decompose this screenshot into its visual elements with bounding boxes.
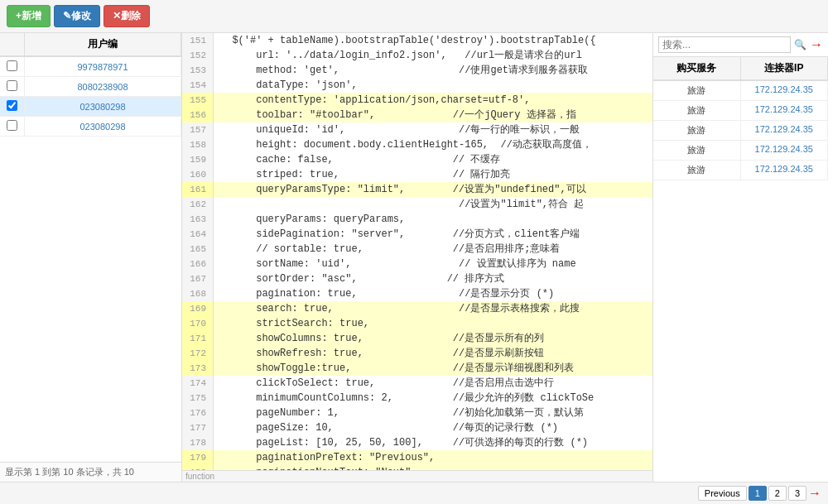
row-checkbox[interactable]: [0, 77, 25, 96]
arrow-annotation-2: →: [808, 486, 821, 501]
code-panel: 151 $('#' + tableName).bootstrapTable('d…: [182, 33, 653, 482]
line-number: 164: [182, 227, 214, 242]
code-line: 176 pageNumber: 1, //初始化加载第一页，默认第: [182, 406, 652, 420]
page-3-button[interactable]: 3: [788, 486, 806, 501]
code-scroll-area[interactable]: 151 $('#' + tableName).bootstrapTable('d…: [182, 33, 652, 470]
bottom-bar: Previous 1 2 3 →: [0, 482, 828, 504]
line-content: toolbar: "#toolbar", //一个jQuery 选择器，指: [214, 108, 652, 122]
ip-cell: 172.129.24.35: [741, 101, 829, 120]
line-number: 168: [182, 286, 214, 301]
code-line: 171 showColumns: true, //是否显示所有的列: [182, 331, 652, 346]
row-user-id: 023080298: [25, 118, 181, 135]
line-number: 173: [182, 361, 214, 376]
code-line: 154 dataType: 'json',: [182, 78, 652, 93]
table-row[interactable]: 023080298: [0, 97, 181, 117]
main-container: +新增 ✎修改 ✕删除 用户编 9979878971 80802: [0, 0, 828, 504]
edit-button[interactable]: ✎修改: [54, 5, 100, 27]
line-number: 180: [182, 465, 214, 470]
add-button[interactable]: +新增: [7, 5, 51, 27]
line-number: 170: [182, 316, 214, 331]
service-cell: 旅游: [653, 101, 741, 120]
line-content: uniqueId: 'id', //每一行的唯一标识，一般: [214, 122, 652, 137]
line-number: 169: [182, 301, 214, 316]
line-content: paginationNextText: "Next",: [214, 465, 652, 470]
service-cell: 旅游: [653, 121, 741, 140]
search-input[interactable]: [658, 36, 791, 53]
code-line: 166 sortName: 'uid', // 设置默认排序为 name: [182, 257, 652, 271]
prev-button[interactable]: Previous: [698, 486, 747, 501]
page-1-button[interactable]: 1: [749, 486, 767, 501]
code-line: 153 method: 'get', //使用get请求到服务器获取: [182, 63, 652, 78]
header-user-id: 用户编: [25, 33, 181, 55]
line-number: 152: [182, 48, 214, 63]
search-bar: 🔍 →: [653, 33, 828, 57]
line-number: 179: [182, 450, 214, 465]
main-area: 用户编 9979878971 8080238908 023080298: [0, 33, 828, 482]
row-checkbox[interactable]: [0, 97, 25, 116]
line-number: 161: [182, 182, 214, 197]
line-number: 172: [182, 346, 214, 361]
line-number: 155: [182, 93, 214, 108]
line-content: method: 'get', //使用get请求到服务器获取: [214, 63, 652, 78]
line-content: pageSize: 10, //每页的记录行数 (*): [214, 420, 652, 435]
row-checkbox[interactable]: [0, 57, 25, 76]
table-row[interactable]: 8080238908: [0, 77, 181, 97]
code-line: 157 uniqueId: 'id', //每一行的唯一标识，一般: [182, 122, 652, 137]
line-number: 153: [182, 63, 214, 78]
line-content: $('#' + tableName).bootstrapTable('destr…: [214, 33, 652, 48]
line-content: queryParamsType: "limit", //设置为"undefine…: [214, 182, 652, 197]
row-checkbox[interactable]: [0, 117, 25, 136]
line-content: search: true, //是否显示表格搜索，此搜: [214, 301, 652, 316]
code-line: 170 strictSearch: true,: [182, 316, 652, 331]
line-content: showColumns: true, //是否显示所有的列: [214, 331, 652, 346]
table-footer: 显示第 1 到第 10 条记录，共 10: [0, 462, 181, 482]
right-table-row[interactable]: 旅游172.129.24.35: [653, 81, 828, 101]
line-content: url: '../data/login_info2.json', //url一般…: [214, 48, 652, 63]
row-user-id: 023080298: [25, 98, 181, 115]
line-number: 163: [182, 212, 214, 227]
line-number: 174: [182, 376, 214, 391]
line-content: pagination: true, //是否显示分页 (*): [214, 286, 652, 301]
line-content: minimumCountColumns: 2, //最少允许的列数 clickT…: [214, 391, 652, 406]
table-row[interactable]: 023080298: [0, 117, 181, 137]
code-line: 179 paginationPreText: "Previous",: [182, 450, 652, 465]
line-number: 175: [182, 391, 214, 406]
right-table-row[interactable]: 旅游172.129.24.35: [653, 101, 828, 121]
code-line: 168 pagination: true, //是否显示分页 (*): [182, 286, 652, 301]
right-rows: 旅游172.129.24.35旅游172.129.24.35旅游172.129.…: [653, 81, 828, 482]
right-table-row[interactable]: 旅游172.129.24.35: [653, 141, 828, 161]
line-number: 156: [182, 108, 214, 122]
header-ip: 连接器IP: [741, 57, 829, 79]
line-content: sidePagination: "server", //分页方式，client客…: [214, 227, 652, 242]
code-line: 159 cache: false, // 不缓存: [182, 152, 652, 167]
code-line: 175 minimumCountColumns: 2, //最少允许的列数 cl…: [182, 391, 652, 406]
code-line: 158 height: document.body.clientHeight-1…: [182, 137, 652, 152]
table-row[interactable]: 9979878971: [0, 57, 181, 77]
line-number: 151: [182, 33, 214, 48]
line-content: sortOrder: "asc", // 排序方式: [214, 271, 652, 286]
line-number: 160: [182, 167, 214, 182]
service-cell: 旅游: [653, 141, 741, 160]
code-line: 174 clickToSelect: true, //是否启用点击选中行: [182, 376, 652, 391]
page-2-button[interactable]: 2: [768, 486, 787, 501]
line-number: 178: [182, 435, 214, 450]
line-content: contentType: 'application/json,charset=u…: [214, 93, 652, 108]
line-number: 154: [182, 78, 214, 93]
data-table-panel: 用户编 9979878971 8080238908 023080298: [0, 33, 182, 482]
line-number: 165: [182, 242, 214, 257]
line-content: // sortable: true, //是否启用排序;意味着: [214, 242, 652, 257]
line-content: clickToSelect: true, //是否启用点击选中行: [214, 376, 652, 391]
line-content: paginationPreText: "Previous",: [214, 450, 652, 465]
code-line: 155 contentType: 'application/json,chars…: [182, 93, 652, 108]
status-text: function: [185, 472, 214, 481]
code-area: 151 $('#' + tableName).bootstrapTable('d…: [182, 33, 652, 470]
line-content: pageList: [10, 25, 50, 100], //可供选择的每页的行…: [214, 435, 652, 450]
search-icon: 🔍: [794, 39, 806, 50]
line-number: 157: [182, 122, 214, 137]
line-content: queryParams: queryParams,: [214, 212, 652, 227]
right-table-row[interactable]: 旅游172.129.24.35: [653, 121, 828, 141]
code-line: 167 sortOrder: "asc", // 排序方式: [182, 271, 652, 286]
right-table-row[interactable]: 旅游172.129.24.35: [653, 161, 828, 180]
line-content: showRefresh: true, //是否显示刷新按钮: [214, 346, 652, 361]
delete-button[interactable]: ✕删除: [104, 5, 150, 27]
